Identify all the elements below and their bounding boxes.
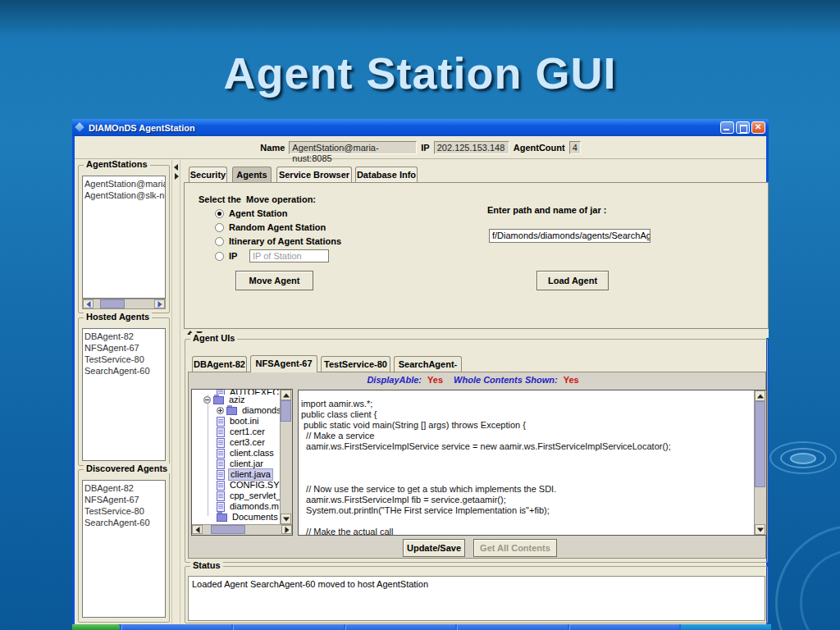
agentstation-window: DIAMOnDS AgentStation Name AgentStation@… xyxy=(72,119,769,625)
radio-itinerary[interactable]: Itinerary of Agent Stations xyxy=(215,236,341,246)
agentstations-hscrollbar[interactable] xyxy=(82,299,166,309)
hosted-agents-group-title: Hosted Agents xyxy=(84,312,152,322)
file-icon xyxy=(217,417,225,427)
jar-path-input[interactable]: f/Diamonds/diamonds/agents/SearchAgen xyxy=(489,229,651,243)
tree-item-configsys[interactable]: CONFIG.SYS xyxy=(192,480,280,491)
scroll-up-icon[interactable] xyxy=(755,390,765,401)
move-agent-button[interactable]: Move Agent xyxy=(235,271,313,290)
tab-service-browser[interactable]: Service Browser xyxy=(276,167,352,183)
vertical-split-divider[interactable] xyxy=(171,160,180,623)
radio-icon[interactable] xyxy=(215,252,224,261)
radio-icon[interactable] xyxy=(215,223,224,232)
expand-right-icon[interactable] xyxy=(175,173,179,180)
tab-nfsagent-67[interactable]: NFSAgent-67 xyxy=(250,355,317,372)
agentcount-field[interactable]: 4 xyxy=(569,141,581,154)
tree-hscrollbar[interactable] xyxy=(192,524,292,535)
ip-of-station-input[interactable]: IP of Station xyxy=(249,249,329,262)
agent-uis-group-title: Agent UIs xyxy=(190,333,237,343)
horizontal-split-divider[interactable] xyxy=(184,329,769,338)
list-item[interactable]: AgentStation@maria-nu xyxy=(84,178,163,189)
name-label: Name xyxy=(260,143,285,153)
update-save-button[interactable]: Update/Save xyxy=(403,539,465,557)
tab-database-info[interactable]: Database Info xyxy=(355,167,418,183)
file-icon xyxy=(217,502,225,512)
taskbar-button[interactable] xyxy=(233,624,343,630)
tree-item-diamonds[interactable]: diamonds xyxy=(192,405,280,416)
radio-selected-icon[interactable] xyxy=(215,209,224,218)
list-item[interactable]: AgentStation@slk-nust. xyxy=(84,189,163,201)
start-button[interactable] xyxy=(72,624,120,630)
scroll-right-icon[interactable] xyxy=(281,525,292,534)
minimize-icon[interactable] xyxy=(720,121,734,134)
tree-vscrollbar[interactable] xyxy=(280,390,292,524)
taskbar-tray xyxy=(681,624,771,630)
list-item[interactable]: DBAgent-82 xyxy=(84,482,163,494)
folder-icon xyxy=(217,514,227,522)
list-item[interactable]: TestService-80 xyxy=(84,354,163,365)
tab-testservice-80[interactable]: TestService-80 xyxy=(321,356,390,372)
collapse-handle-icon[interactable] xyxy=(203,396,211,404)
scrollbar-thumb[interactable] xyxy=(281,400,291,422)
close-icon[interactable] xyxy=(751,121,765,134)
tab-dbagent-82[interactable]: DBAgent-82 xyxy=(192,356,247,372)
tree-item-diamondsm[interactable]: diamonds.m xyxy=(192,501,280,512)
tree-item-cert3[interactable]: cert3.cer xyxy=(192,437,280,448)
scroll-left-icon[interactable] xyxy=(192,525,203,534)
code-text[interactable]: import aamir.ws.*; public class client {… xyxy=(301,399,752,536)
taskbar-button[interactable] xyxy=(345,624,455,630)
taskbar-button[interactable] xyxy=(569,624,679,630)
tree-item-bootini[interactable]: boot.ini xyxy=(192,416,280,427)
scroll-down-icon[interactable] xyxy=(281,514,291,524)
hosted-agents-list[interactable]: DBAgent-82 NFSAgent-67 TestService-80 Se… xyxy=(82,328,166,461)
tree-item-documents[interactable]: Documents a xyxy=(192,512,280,523)
code-vscrollbar[interactable] xyxy=(754,390,766,535)
radio-ip[interactable]: IP xyxy=(215,251,237,261)
collapse-left-icon[interactable] xyxy=(174,164,178,171)
radio-agent-station[interactable]: Agent Station xyxy=(215,208,288,218)
status-textarea[interactable]: Loaded Agent SearchAgent-60 moved to hos… xyxy=(188,576,765,621)
tab-security[interactable]: Security xyxy=(189,167,227,183)
radio-random-agent-station[interactable]: Random Agent Station xyxy=(215,222,326,232)
list-item[interactable]: SearchAgent-60 xyxy=(84,517,163,528)
agentstations-list[interactable]: AgentStation@maria-nu AgentStation@slk-n… xyxy=(82,176,166,299)
taskbar-button[interactable] xyxy=(121,624,231,630)
restore-icon[interactable] xyxy=(736,121,750,134)
list-item[interactable]: TestService-80 xyxy=(84,505,163,517)
list-item[interactable]: NFSAgent-67 xyxy=(84,494,163,505)
whole-contents-label: Whole Contents Shown: xyxy=(454,375,557,385)
tree-item-cert1[interactable]: cert1.cer xyxy=(192,427,280,437)
file-tree[interactable]: AUTOEXEC.B aziz diamonds xyxy=(191,389,293,536)
tree-item-clientclass[interactable]: client.class xyxy=(192,448,280,459)
agentstations-group-title: AgentStations xyxy=(84,159,150,169)
scrollbar-thumb[interactable] xyxy=(755,401,765,487)
window-titlebar[interactable]: DIAMOnDS AgentStation xyxy=(72,119,769,136)
move-operation-heading: Select the Move operation: xyxy=(199,194,316,204)
file-icon xyxy=(217,427,225,437)
status-group: Status Loaded Agent SearchAgent-60 moved… xyxy=(185,566,768,623)
code-editor[interactable]: import aamir.ws.*; public class client {… xyxy=(298,390,767,536)
tab-agents[interactable]: Agents xyxy=(232,167,272,183)
list-item[interactable]: NFSAgent-67 xyxy=(84,342,163,354)
scrollbar-thumb[interactable] xyxy=(211,525,245,534)
name-field[interactable]: AgentStation@maria-nust:8085 xyxy=(289,141,417,154)
scroll-left-icon[interactable] xyxy=(83,299,94,308)
tree-item-clientjava-selected[interactable]: client.java xyxy=(192,469,280,480)
scroll-down-icon[interactable] xyxy=(755,524,765,535)
list-item[interactable]: DBAgent-82 xyxy=(84,331,163,342)
code-line xyxy=(301,516,752,527)
taskbar-button[interactable] xyxy=(457,624,567,630)
code-line: public static void main(String [] args) … xyxy=(301,420,752,431)
tree-item-aziz[interactable]: aziz xyxy=(192,395,280,405)
scroll-up-icon[interactable] xyxy=(281,390,291,400)
get-all-contents-button[interactable]: Get All Contents xyxy=(473,539,557,557)
tab-searchagent-60[interactable]: SearchAgent-60 xyxy=(394,356,462,372)
load-agent-button[interactable]: Load Agent xyxy=(536,271,609,290)
list-item[interactable]: SearchAgent-60 xyxy=(84,365,163,377)
radio-icon[interactable] xyxy=(215,237,224,246)
scrollbar-thumb[interactable] xyxy=(100,299,125,308)
ip-field[interactable]: 202.125.153.148 xyxy=(434,141,509,154)
discovered-agents-list[interactable]: DBAgent-82 NFSAgent-67 TestService-80 Se… xyxy=(82,480,166,618)
expand-handle-icon[interactable] xyxy=(217,407,224,414)
scroll-right-icon[interactable] xyxy=(154,299,165,308)
tree-item-cppservlet[interactable]: cpp_servlet_ xyxy=(192,491,280,501)
